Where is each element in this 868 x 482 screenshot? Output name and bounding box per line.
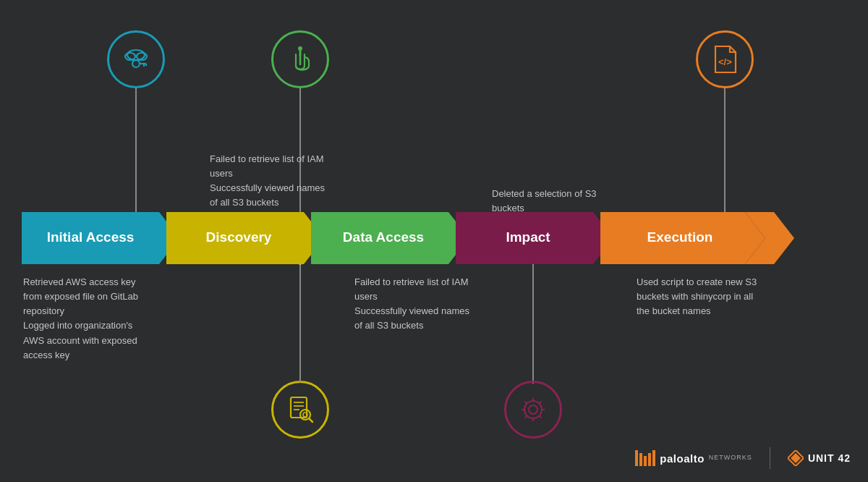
- text-discovery-top: Failed to retrieve list of IAM users Suc…: [210, 152, 329, 211]
- connector-discovery-bottom: [299, 261, 301, 382]
- connector-execution-top: [724, 88, 726, 217]
- svg-point-16: [524, 401, 542, 418]
- unit42-text: UNIT 42: [808, 452, 851, 464]
- unit42-icon: [788, 450, 804, 466]
- label-execution: Execution: [647, 229, 713, 245]
- svg-text:</>: </>: [718, 56, 732, 67]
- unit42-logo: UNIT 42: [788, 450, 851, 466]
- paloalto-logo: paloalto NETWORKS: [635, 450, 752, 466]
- arrows-svg: Initial Access Discovery Data Access Imp…: [22, 212, 846, 264]
- svg-point-0: [127, 50, 145, 60]
- svg-line-23: [540, 416, 542, 418]
- paloalto-text: paloalto: [660, 452, 705, 465]
- initial-access-icon: [120, 43, 152, 75]
- svg-line-24: [540, 402, 542, 404]
- paloalto-icon: [635, 450, 655, 466]
- svg-line-14: [309, 418, 312, 422]
- label-discovery: Discovery: [206, 229, 272, 245]
- svg-point-3: [132, 60, 140, 67]
- svg-rect-34: [639, 453, 642, 466]
- label-data-access: Data Access: [343, 229, 424, 245]
- svg-line-25: [525, 416, 527, 418]
- label-initial-access: Initial Access: [47, 229, 135, 245]
- execution-icon: </>: [710, 43, 740, 75]
- svg-rect-9: [291, 397, 307, 418]
- svg-line-22: [525, 402, 527, 404]
- paloalto-networks-text: NETWORKS: [709, 454, 752, 461]
- label-impact: Impact: [506, 229, 550, 245]
- text-execution: Used script to create new S3 buckets wit…: [637, 275, 763, 318]
- circle-execution: </>: [696, 30, 754, 88]
- discovery-bottom-icon: [285, 394, 315, 425]
- svg-rect-37: [652, 450, 655, 466]
- logo-area: paloalto NETWORKS UNIT 42: [635, 447, 851, 469]
- circle-initial-access: [107, 30, 165, 88]
- diagram-container: Retrieved AWS access key from exposed fi…: [0, 0, 868, 482]
- text-initial-access: Retrieved AWS access key from exposed fi…: [23, 275, 150, 363]
- svg-rect-35: [644, 456, 647, 466]
- circle-discovery: [271, 30, 329, 88]
- text-data-access: Failed to retrieve list of IAM users Suc…: [354, 275, 474, 334]
- discovery-icon: [285, 44, 315, 75]
- circle-discovery-bottom: [271, 381, 329, 439]
- logo-divider: [770, 447, 770, 469]
- circle-impact-bottom: [504, 381, 562, 439]
- svg-point-17: [529, 405, 537, 414]
- svg-rect-36: [648, 453, 651, 466]
- svg-point-8: [298, 46, 302, 51]
- connector-initial-access-top: [135, 88, 137, 219]
- impact-icon: [518, 394, 548, 425]
- svg-rect-33: [635, 450, 638, 466]
